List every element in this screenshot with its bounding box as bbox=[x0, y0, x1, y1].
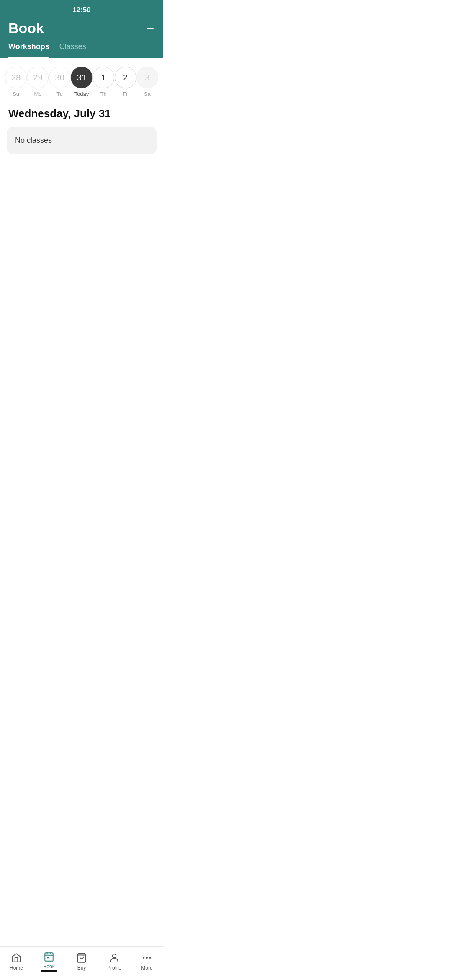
calendar-day-31[interactable]: 31 Today bbox=[71, 67, 92, 97]
day-number-31: 31 bbox=[71, 67, 92, 88]
calendar-day-30[interactable]: 30 Tu bbox=[49, 67, 71, 97]
no-classes-card: No classes bbox=[7, 127, 157, 154]
day-number-30: 30 bbox=[49, 67, 71, 88]
tab-bar: Workshops Classes bbox=[0, 36, 163, 58]
header: Book bbox=[0, 17, 163, 36]
filter-icon[interactable] bbox=[146, 26, 155, 31]
tab-workshops[interactable]: Workshops bbox=[8, 42, 49, 58]
calendar-day-28[interactable]: 28 Su bbox=[5, 67, 27, 97]
day-number-2: 2 bbox=[115, 67, 136, 88]
status-bar: 12:50 bbox=[0, 0, 163, 17]
filter-line-2 bbox=[147, 28, 154, 29]
day-number-3: 3 bbox=[136, 67, 158, 88]
date-heading: Wednesday, July 31 bbox=[0, 101, 163, 125]
day-label-1: Th bbox=[100, 91, 107, 97]
filter-line-1 bbox=[146, 26, 155, 26]
page-title: Book bbox=[8, 20, 44, 36]
day-label-31: Today bbox=[74, 91, 89, 97]
day-label-30: Tu bbox=[56, 91, 63, 97]
calendar-day-29[interactable]: 29 Mo bbox=[27, 67, 49, 97]
calendar-day-3[interactable]: 3 Sa bbox=[136, 67, 158, 97]
day-number-28: 28 bbox=[5, 67, 27, 88]
day-label-28: Su bbox=[13, 91, 19, 97]
content-area bbox=[0, 156, 163, 365]
no-classes-text: No classes bbox=[15, 136, 52, 144]
calendar-day-1[interactable]: 1 Th bbox=[92, 67, 114, 97]
day-number-1: 1 bbox=[92, 67, 114, 88]
day-label-29: Mo bbox=[34, 91, 41, 97]
status-time: 12:50 bbox=[72, 6, 90, 14]
filter-line-3 bbox=[148, 31, 152, 31]
calendar-day-2[interactable]: 2 Fr bbox=[115, 67, 136, 97]
day-number-29: 29 bbox=[27, 67, 49, 88]
tab-classes[interactable]: Classes bbox=[59, 42, 86, 58]
calendar-strip: 28 Su 29 Mo 30 Tu 31 Today 1 Th 2 Fr 3 S… bbox=[0, 58, 163, 101]
day-label-2: Fr bbox=[123, 91, 128, 97]
date-heading-text: Wednesday, July 31 bbox=[8, 107, 111, 120]
day-label-3: Sa bbox=[144, 91, 151, 97]
